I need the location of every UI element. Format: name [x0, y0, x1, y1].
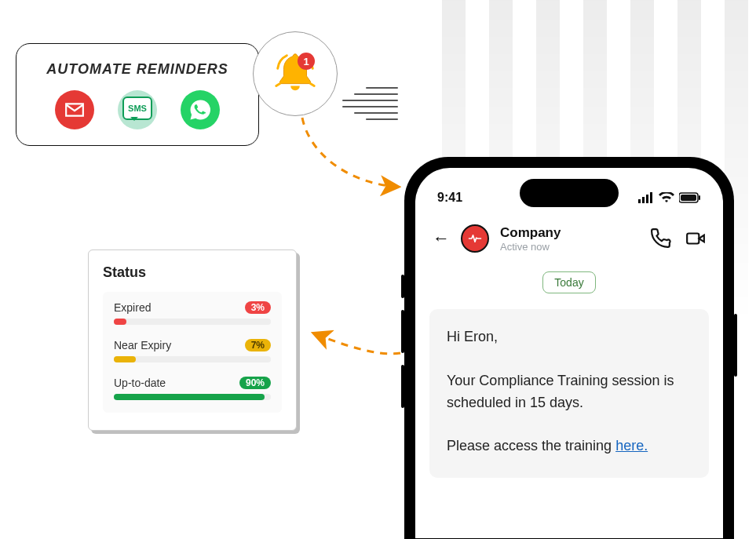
whatsapp-icon[interactable]: [181, 90, 220, 129]
presence-text: Active now: [500, 241, 640, 253]
svg-rect-7: [687, 234, 699, 244]
email-icon[interactable]: [55, 90, 94, 129]
phone-screen: 9:41 ← Company Active now Today Hi: [415, 168, 723, 538]
phone-mockup: 9:41 ← Company Active now Today Hi: [404, 157, 734, 539]
svg-rect-6: [699, 195, 700, 200]
svg-rect-3: [650, 192, 652, 203]
svg-rect-0: [638, 199, 641, 203]
company-name: Company: [500, 225, 640, 241]
motion-lines-icon: [339, 82, 398, 126]
status-bar: [114, 319, 271, 325]
notification-bell[interactable]: 1: [253, 31, 338, 116]
status-label: Up-to-date: [114, 377, 166, 389]
dynamic-island: [520, 179, 619, 207]
phone-side-button: [734, 314, 737, 377]
automate-reminders-card: AUTOMATE REMINDERS SMS: [16, 43, 259, 146]
battery-icon: [679, 192, 701, 203]
phone-side-button: [401, 275, 404, 298]
training-link[interactable]: here.: [615, 438, 648, 453]
status-bar: [114, 394, 271, 400]
status-row-expired: Expired 3%: [114, 301, 271, 325]
status-pct-badge: 7%: [245, 339, 271, 351]
status-row-near-expiry: Near Expiry 7%: [114, 339, 271, 362]
status-row-uptodate: Up-to-date 90%: [114, 377, 271, 400]
phone-side-button: [401, 310, 404, 353]
status-label: Expired: [114, 301, 151, 314]
notification-badge: 1: [298, 53, 315, 70]
status-pct-badge: 90%: [239, 377, 271, 389]
cellular-icon: [638, 192, 654, 203]
call-icon[interactable]: [651, 228, 671, 249]
message-greeting: Hi Eron,: [447, 326, 692, 348]
status-title: Status: [103, 264, 282, 281]
avatar[interactable]: [461, 224, 489, 253]
svg-rect-1: [642, 197, 645, 203]
reminder-channels: SMS: [55, 90, 220, 129]
wifi-icon: [659, 192, 674, 203]
status-list: Expired 3% Near Expiry 7% Up-to-date 90%: [103, 292, 282, 413]
clock: 9:41: [437, 191, 462, 205]
message-cta: Please access the training here.: [447, 435, 692, 457]
date-chip: Today: [542, 271, 595, 293]
status-pct-badge: 3%: [245, 301, 271, 314]
sms-label: SMS: [122, 97, 152, 120]
message-body: Your Compliance Training session is sche…: [447, 370, 692, 414]
chat-header: ← Company Active now: [415, 224, 723, 253]
back-arrow-icon[interactable]: ←: [433, 228, 450, 249]
video-icon[interactable]: [685, 228, 706, 249]
automate-reminders-title: AUTOMATE REMINDERS: [46, 61, 228, 78]
svg-rect-5: [681, 195, 696, 201]
phone-side-button: [401, 365, 404, 408]
status-card: Status Expired 3% Near Expiry 7% Up-to-d…: [88, 249, 297, 431]
chat-message: Hi Eron, Your Compliance Training sessio…: [429, 309, 709, 478]
svg-rect-2: [646, 195, 648, 203]
status-bar: [114, 356, 271, 362]
sms-icon[interactable]: SMS: [118, 90, 157, 129]
status-label: Near Expiry: [114, 339, 171, 351]
